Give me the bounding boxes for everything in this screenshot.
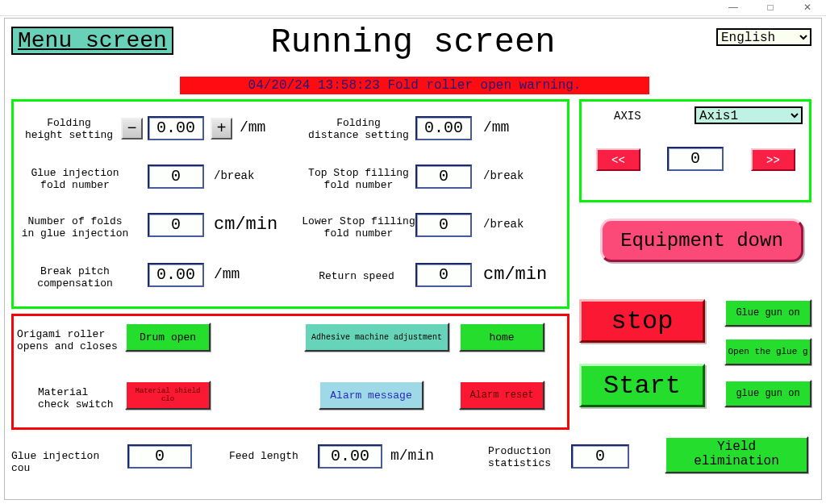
start-button[interactable]: Start [579,364,705,407]
glue-gun-on-button-2[interactable]: glue gun on [724,380,811,407]
folding-height-unit: /mm [240,119,265,135]
glue-injection-count-label: Glue injection cou [11,451,124,475]
lower-stop-unit: /break [483,218,524,231]
top-stop-unit: /break [483,169,524,182]
folding-height-minus-button[interactable]: − [121,118,143,140]
glue-injection-count-value[interactable]: 0 [127,444,192,469]
yield-elimination-button[interactable]: Yield elimination [665,436,808,473]
glue-fold-number-value[interactable]: 0 [148,165,204,189]
lower-stop-label: Lower Stop filling fold number [300,216,417,240]
production-statistics-value[interactable]: 0 [571,444,629,469]
drum-open-button[interactable]: Drum open [125,323,211,352]
return-speed-value[interactable]: 0 [415,263,472,287]
folding-distance-value[interactable]: 0.00 [415,116,472,140]
folding-height-label: Folding height setting [19,118,119,142]
window-close-button[interactable]: ✕ [789,0,826,15]
axis-select[interactable]: Axis1 [695,106,803,124]
alarm-message-button[interactable]: Alarm message [319,381,423,410]
folding-height-plus-button[interactable]: + [211,118,232,140]
page-title: Running screen [5,23,821,62]
axis-prev-button[interactable]: << [596,148,640,171]
axis-value[interactable]: 0 [667,147,724,171]
top-stop-value[interactable]: 0 [415,165,472,189]
glue-gun-on-button[interactable]: Glue gun on [724,299,811,327]
axis-next-button[interactable]: >> [751,148,795,171]
num-folds-label: Number of folds in glue injection [14,216,136,240]
alarm-reset-button[interactable]: Alarm reset [459,381,544,410]
equipment-down-button[interactable]: Equipment down [600,219,803,262]
window-minimize-button[interactable]: — [715,0,752,15]
axis-label: AXIS [614,110,641,123]
break-pitch-value[interactable]: 0.00 [148,263,204,287]
folding-height-value[interactable]: 0.00 [148,116,204,140]
settings-panel: Folding height setting − 0.00 + /mm Fold… [11,99,569,309]
break-pitch-unit: /mm [214,266,240,282]
lower-stop-value[interactable]: 0 [415,213,472,237]
feed-length-value[interactable]: 0.00 [318,444,382,469]
origami-roller-label: Origami roller opens and closes [17,329,122,353]
top-stop-label: Top Stop filling fold number [304,168,413,192]
return-speed-label: Return speed [304,271,409,283]
folding-distance-label: Folding distance setting [304,118,413,142]
window-maximize-button[interactable]: □ [752,0,789,15]
hmi-screen: Menu screen Running screen English 04/20… [4,18,822,500]
open-glue-gun-button[interactable]: Open the glue g [724,338,811,365]
home-button[interactable]: home [459,323,544,352]
feed-length-label: Feed length [229,451,310,463]
stop-button[interactable]: stop [579,299,705,343]
return-speed-unit: cm/min [483,264,547,285]
adhesive-adjustment-button[interactable]: Adhesive machine adjustment [304,323,449,352]
material-shield-button[interactable]: Material shield clo [125,381,211,410]
production-statistics-label: Production statistics [479,446,560,470]
num-folds-unit: cm/min [214,215,277,235]
feed-length-unit: m/min [390,448,434,464]
axis-panel: AXIS Axis1 << 0 >> [579,99,811,202]
language-select[interactable]: English [716,28,811,46]
num-folds-value[interactable]: 0 [148,213,204,237]
break-pitch-label: Break pitch compensation [19,266,131,290]
material-check-label: Material check switch [38,387,119,411]
window-title-bar: — □ ✕ [0,0,826,16]
folding-distance-unit: /mm [483,119,509,135]
controls-panel: Origami roller opens and closes Drum ope… [11,314,569,430]
alarm-banner: 04/20/24 13:58:23 Fold roller open warni… [180,77,649,94]
glue-fold-number-label: Glue injection fold number [19,168,131,192]
glue-fold-number-unit: /break [214,169,254,182]
